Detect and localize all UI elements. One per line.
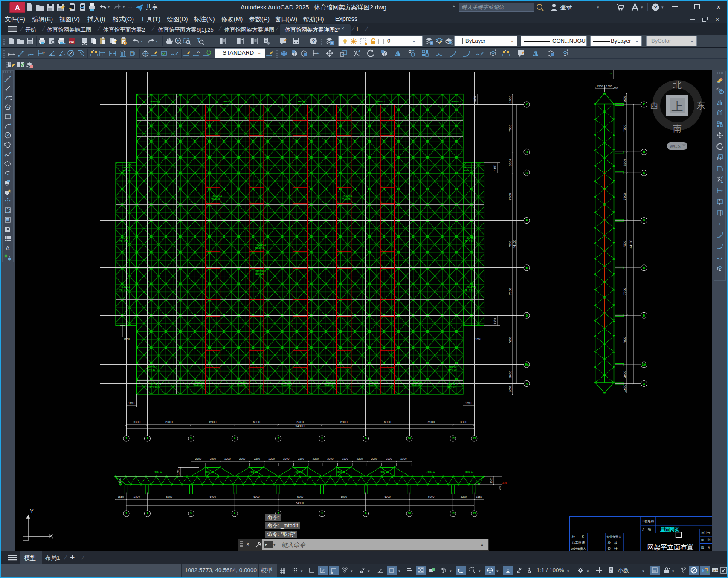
svg-text:南: 南 (673, 124, 682, 133)
svg-text:7B=4/-39: 7B=4/-39 (297, 103, 306, 106)
svg-text:7Bx5/-12: 7Bx5/-12 (465, 471, 473, 473)
svg-text:↑Bh=45/-4: ↑Bh=45/-4 (368, 381, 378, 383)
svg-text:DWF: DWF (69, 41, 75, 43)
svg-text:7Bx5/-12: 7Bx5/-12 (294, 471, 303, 473)
svg-text:7B=4/-39: 7B=4/-39 (255, 273, 264, 275)
svg-text:↑Bh=45/-4: ↑Bh=45/-4 (238, 381, 247, 383)
svg-text:1650: 1650 (623, 96, 626, 103)
svg-text:↑Bh=45/-4: ↑Bh=45/-4 (466, 286, 476, 288)
svg-text:7500: 7500 (508, 288, 512, 295)
svg-text:7Bx5/-12: 7Bx5/-12 (380, 471, 388, 473)
svg-text:上: 上 (672, 100, 683, 113)
svg-text:↑Bh=45/-4: ↑Bh=45/-4 (194, 381, 204, 383)
svg-text:Y: Y (30, 508, 34, 514)
svg-text:D: D (526, 314, 528, 317)
svg-text:7500: 7500 (623, 288, 626, 295)
svg-text:网架平立面布置: 网架平立面布置 (647, 543, 694, 551)
svg-text:2300: 2300 (357, 457, 363, 460)
svg-text:2300: 2300 (269, 457, 275, 460)
svg-text:7B=4/-39: 7B=4/-39 (119, 240, 128, 242)
svg-text:3000: 3000 (623, 371, 626, 378)
svg-text:7B=4/-39: 7B=4/-39 (448, 369, 457, 371)
svg-text:?: ? (312, 38, 315, 44)
svg-text:6900: 6900 (297, 420, 304, 424)
svg-text:E: E (643, 266, 645, 269)
svg-text:7B=4/-39: 7B=4/-39 (149, 103, 158, 106)
svg-text:↑Bh=45/-4: ↑Bh=45/-4 (150, 100, 160, 103)
svg-text:2300: 2300 (327, 457, 334, 460)
svg-text:3: 3 (147, 437, 148, 440)
svg-text:设计负责人: 设计负责人 (571, 547, 586, 551)
svg-text:7B=4/-39: 7B=4/-39 (450, 103, 459, 106)
svg-text:3300: 3300 (461, 495, 467, 498)
svg-text:3300: 3300 (134, 495, 140, 498)
svg-text:↑Bh=45/-4: ↑Bh=45/-4 (342, 195, 352, 198)
svg-text:1650: 1650 (493, 318, 496, 324)
svg-text:2300: 2300 (195, 457, 202, 460)
svg-text:E: E (526, 266, 528, 269)
svg-text:↑Bh=45/-4: ↑Bh=45/-4 (325, 381, 335, 383)
svg-text:7500: 7500 (623, 125, 626, 132)
svg-text:7500: 7500 (623, 193, 626, 200)
svg-text:H: H (526, 151, 528, 154)
svg-text:7B=4/-39: 7B=4/-39 (281, 384, 290, 386)
svg-text:1650: 1650 (465, 401, 472, 404)
svg-text:2300: 2300 (298, 457, 304, 460)
svg-text:1500: 1500 (177, 468, 180, 475)
svg-text:7B=4/-39: 7B=4/-39 (193, 384, 202, 386)
svg-text:7500: 7500 (508, 241, 512, 248)
svg-text:6900: 6900 (253, 495, 260, 498)
svg-text:1500: 1500 (606, 85, 612, 88)
svg-text:44100: 44100 (629, 240, 633, 249)
svg-text:6900: 6900 (428, 495, 435, 498)
svg-text:9: 9 (365, 437, 367, 440)
svg-text:总工程师: 总工程师 (571, 541, 585, 545)
svg-text:5: 5 (190, 437, 192, 440)
svg-text:13: 13 (473, 512, 476, 515)
svg-text:7B=4/-39: 7B=4/-39 (119, 289, 128, 291)
svg-text:3300: 3300 (623, 159, 626, 166)
svg-text:↑Bh=45/-4: ↑Bh=45/-4 (122, 166, 132, 169)
svg-text:1650: 1650 (493, 164, 496, 171)
svg-text:D: D (643, 314, 645, 317)
svg-text:9: 9 (365, 512, 367, 515)
svg-text:2/A: 2/A (525, 363, 529, 366)
svg-text:7B=4/-39: 7B=4/-39 (411, 384, 420, 386)
svg-text:6: 6 (234, 512, 235, 515)
svg-text:6900: 6900 (210, 495, 216, 498)
svg-text:↑Bh=45/-4: ↑Bh=45/-4 (449, 366, 458, 368)
svg-text:K: K (526, 103, 528, 106)
svg-text:1650: 1650 (118, 495, 124, 498)
svg-text:7500: 7500 (508, 193, 512, 200)
svg-text:子 项: 子 项 (641, 527, 651, 531)
svg-text:↑Bh=45/-4: ↑Bh=45/-4 (451, 100, 461, 103)
svg-text:2300: 2300 (283, 457, 290, 460)
svg-text:1650: 1650 (623, 385, 626, 392)
svg-text:↑Bh=45/-4: ↑Bh=45/-4 (212, 195, 222, 198)
svg-text:1650: 1650 (124, 337, 130, 340)
svg-text:6900: 6900 (297, 495, 304, 498)
svg-text:7800: 7800 (623, 337, 626, 344)
svg-text:2300: 2300 (239, 457, 246, 460)
svg-text:7B=4/-39: 7B=4/-39 (342, 198, 351, 200)
svg-text:图 别: 图 别 (701, 538, 710, 542)
svg-text:54900: 54900 (296, 424, 305, 428)
svg-text:54900: 54900 (296, 502, 304, 505)
svg-text:44100: 44100 (513, 240, 516, 249)
svg-text:7Bx5/-12: 7Bx5/-12 (205, 471, 213, 473)
svg-text:7B=4/-39: 7B=4/-39 (255, 247, 264, 250)
svg-text:7B=4/-39: 7B=4/-39 (463, 169, 472, 172)
svg-text:7B=4/-39: 7B=4/-39 (146, 369, 155, 371)
svg-text:1650: 1650 (473, 96, 476, 102)
svg-text:5: 5 (190, 512, 192, 515)
svg-text:↑Bh=45/-4: ↑Bh=45/-4 (412, 381, 422, 383)
svg-text:2300: 2300 (210, 457, 216, 460)
svg-text:G: G (643, 171, 645, 174)
svg-text:7B=4/-39: 7B=4/-39 (324, 384, 333, 386)
svg-text:图 号: 图 号 (701, 546, 710, 549)
svg-text:1650: 1650 (476, 495, 482, 498)
svg-text:↑Bh=45/-4: ↑Bh=45/-4 (464, 166, 474, 169)
svg-text:8: 8 (321, 512, 323, 515)
svg-text:7B=4/-39: 7B=4/-39 (447, 386, 456, 388)
svg-text:1650: 1650 (119, 477, 121, 483)
